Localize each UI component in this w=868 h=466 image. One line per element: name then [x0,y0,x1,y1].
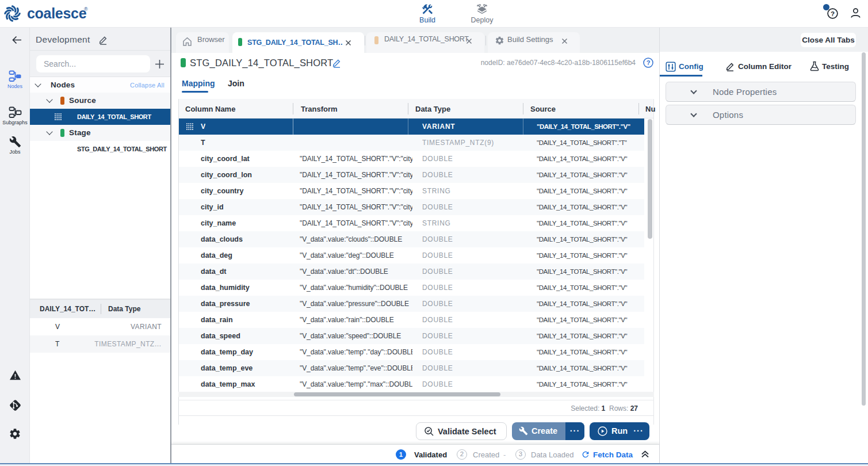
svg-text:?: ? [647,59,651,66]
svg-text:?: ? [831,10,835,17]
